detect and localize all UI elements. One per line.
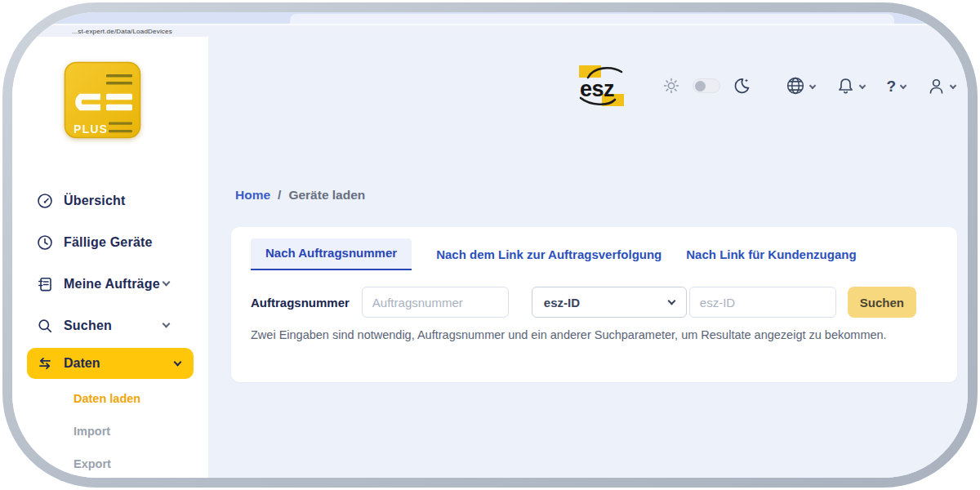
content-card: Nach Auftragsnummer Nach dem Link zur Au… <box>231 227 957 382</box>
submenu-item-import[interactable]: Import <box>12 415 208 448</box>
search-icon <box>37 318 53 334</box>
chevron-down-icon <box>950 82 956 89</box>
moon-icon <box>733 77 751 95</box>
esz-brand-logo: esz <box>576 61 626 110</box>
submenu-item-daten-laden[interactable]: Daten laden <box>12 382 208 415</box>
browser-url-bar[interactable]: ...st-expert.de/Data/LoadDevices <box>12 24 968 37</box>
sidebar-item-suchen[interactable]: Suchen <box>12 305 208 346</box>
bell-icon <box>836 77 855 96</box>
header-actions: ? <box>786 76 956 96</box>
url-text: ...st-expert.de/Data/LoadDevices <box>72 28 172 35</box>
search-form: Auftragsnummer esz-ID Suchen <box>251 287 938 318</box>
daten-submenu: Daten laden Import Export <box>12 382 208 478</box>
search-tabs: Nach Auftragsnummer Nach dem Link zur Au… <box>251 238 938 270</box>
journal-icon <box>37 276 53 292</box>
submenu-item-label: Daten laden <box>74 392 140 405</box>
sidebar-item-label: Meine Aufträge <box>64 277 160 292</box>
search-param-select[interactable]: esz-ID <box>532 287 687 318</box>
tab-nach-link-auftragsverfolgung[interactable]: Nach dem Link zur Auftragsverfolgung <box>436 240 662 270</box>
user-menu[interactable] <box>927 77 956 96</box>
sidebar: PLUS Übersicht <box>12 37 208 478</box>
chevron-down-icon <box>163 278 171 287</box>
chevron-down-icon <box>174 358 182 366</box>
question-icon: ? <box>886 78 896 94</box>
sidebar-item-daten-active[interactable]: Daten <box>27 348 194 379</box>
screenshot-stage: ...st-expert.de/Data/LoadDevices <box>0 0 980 490</box>
transfer-arrows-icon <box>37 355 53 372</box>
clock-icon <box>37 234 53 251</box>
sidebar-menu: Übersicht Fällige Geräte <box>12 180 208 478</box>
chevron-down-icon <box>809 82 816 89</box>
esz-plus-logo[interactable]: PLUS <box>64 61 141 139</box>
breadcrumb-current: Geräte laden <box>288 188 365 203</box>
rounded-frame: ...st-expert.de/Data/LoadDevices <box>2 2 978 488</box>
sidebar-item-label: Daten <box>64 356 100 371</box>
sidebar-item-label: Suchen <box>64 318 112 333</box>
form-hint-text: Zwei Eingaben sind notwendig, Auftragsnu… <box>251 328 938 341</box>
chevron-down-icon <box>859 82 866 89</box>
globe-icon <box>786 76 805 96</box>
chevron-down-icon <box>667 297 675 305</box>
help-menu[interactable]: ? <box>886 78 906 94</box>
submenu-item-label: Import <box>74 425 110 438</box>
breadcrumb-separator: / <box>278 188 281 203</box>
auftragsnummer-label: Auftragsnummer <box>251 296 350 310</box>
sidebar-item-label: Fällige Geräte <box>64 235 153 250</box>
submenu-item-export[interactable]: Export <box>12 448 208 478</box>
language-menu[interactable] <box>786 76 815 96</box>
tab-nach-link-kundenzugang[interactable]: Nach Link für Kundenzugang <box>686 240 856 270</box>
select-value: esz-ID <box>544 296 580 310</box>
browser-window: ...st-expert.de/Data/LoadDevices <box>12 12 968 478</box>
sidebar-item-uebersicht[interactable]: Übersicht <box>12 180 208 221</box>
esz-id-input[interactable] <box>689 287 836 318</box>
auftragsnummer-input[interactable] <box>362 287 509 318</box>
breadcrumb-home-link[interactable]: Home <box>235 188 270 203</box>
notifications-menu[interactable] <box>836 77 865 96</box>
submenu-item-label: Export <box>74 457 111 470</box>
sun-icon <box>662 77 680 95</box>
header-bar: esz <box>208 61 968 110</box>
theme-switcher <box>662 77 751 95</box>
main-area: esz <box>208 37 968 478</box>
browser-active-tab[interactable] <box>290 14 894 24</box>
app-root: PLUS Übersicht <box>12 37 968 478</box>
brand-text: esz <box>580 77 614 101</box>
browser-tab-strip <box>12 12 968 24</box>
theme-toggle[interactable] <box>693 78 720 93</box>
breadcrumb: Home / Geräte laden <box>235 188 968 203</box>
suchen-button[interactable]: Suchen <box>848 287 916 318</box>
plus-text: PLUS <box>74 122 108 136</box>
sidebar-item-label: Übersicht <box>64 194 126 208</box>
sidebar-item-faellige-geraete[interactable]: Fällige Geräte <box>12 221 208 263</box>
sidebar-item-meine-auftraege[interactable]: Meine Aufträge <box>12 263 208 305</box>
chevron-down-icon <box>900 82 906 89</box>
toggle-knob <box>695 81 706 91</box>
chevron-down-icon <box>163 320 171 328</box>
tab-nach-auftragsnummer[interactable]: Nach Auftragsnummer <box>251 238 412 270</box>
gauge-icon <box>37 193 53 209</box>
user-icon <box>927 77 946 96</box>
